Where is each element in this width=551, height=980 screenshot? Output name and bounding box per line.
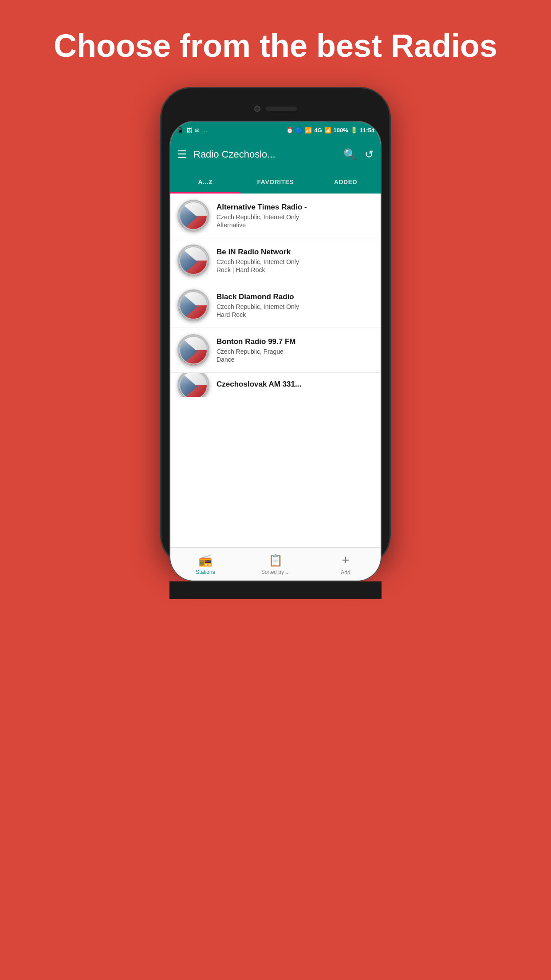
screen-content: Alternative Times Radio - Czech Republic… bbox=[170, 194, 381, 581]
phone-frame: 📱 🖼 ✉ ... ⏰ 🔵 📶 4G 📶 100% 🔋 11:54 ☰ Radi… bbox=[160, 87, 391, 566]
phone-screen: 📱 🖼 ✉ ... ⏰ 🔵 📶 4G 📶 100% 🔋 11:54 ☰ Radi… bbox=[169, 121, 382, 581]
add-icon: + bbox=[342, 553, 350, 568]
radio-genre: Hard Rock bbox=[216, 311, 374, 318]
radio-logo bbox=[177, 334, 209, 366]
app-bar: ☰ Radio Czechoslo... 🔍 ↺ bbox=[170, 138, 381, 170]
status-right-icons: ⏰ 🔵 📶 4G 📶 100% 🔋 11:54 bbox=[286, 127, 374, 134]
wifi-icon: 📶 bbox=[305, 127, 312, 134]
radio-genre: Rock | Hard Rock bbox=[216, 266, 374, 273]
radio-location: Czech Republic, Internet Only bbox=[216, 213, 374, 221]
battery-icon: 🔋 bbox=[350, 127, 358, 134]
radio-genre: Dance bbox=[216, 356, 374, 363]
whatsapp-icon: 📱 bbox=[177, 127, 184, 134]
radio-item[interactable]: Be iN Radio Network Czech Republic, Inte… bbox=[170, 238, 381, 283]
app-bar-actions: 🔍 ↺ bbox=[343, 148, 374, 161]
stations-label: Stations bbox=[196, 569, 215, 575]
radio-info: Black Diamond Radio Czech Republic, Inte… bbox=[216, 292, 374, 318]
flag-shine bbox=[179, 336, 208, 350]
radio-info: Be iN Radio Network Czech Republic, Inte… bbox=[216, 248, 374, 273]
phone-bezel-bottom bbox=[169, 581, 382, 599]
radio-name: Czechoslovak AM 331... bbox=[216, 380, 374, 389]
flag-shine bbox=[179, 246, 208, 261]
alarm-icon: ⏰ bbox=[286, 127, 293, 134]
gmail-icon: ✉ bbox=[195, 127, 200, 134]
radio-info: Alternative Times Radio - Czech Republic… bbox=[216, 203, 374, 229]
clock: 11:54 bbox=[360, 127, 374, 134]
radio-logo bbox=[177, 245, 209, 277]
tab-added[interactable]: ADDED bbox=[311, 170, 381, 194]
radio-name: Be iN Radio Network bbox=[216, 248, 374, 257]
radio-item[interactable]: Black Diamond Radio Czech Republic, Inte… bbox=[170, 283, 381, 328]
radio-logo bbox=[177, 373, 209, 397]
menu-icon[interactable]: ☰ bbox=[177, 148, 187, 161]
front-camera bbox=[254, 106, 260, 112]
phone-speaker bbox=[266, 107, 297, 111]
stations-icon: 📻 bbox=[198, 553, 213, 567]
tab-favorites[interactable]: FAVORITES bbox=[240, 170, 311, 194]
sorted-icon: 📋 bbox=[268, 553, 283, 567]
flag-shine bbox=[179, 201, 208, 216]
bottom-nav-add[interactable]: + Add bbox=[311, 548, 381, 581]
radio-info: Bonton Radio 99.7 FM Czech Republic, Pra… bbox=[216, 337, 374, 363]
radio-info: Czechoslovak AM 331... bbox=[216, 380, 374, 391]
radio-location: Czech Republic, Internet Only bbox=[216, 303, 374, 310]
gallery-icon: 🖼 bbox=[186, 127, 192, 134]
sorted-label: Sorted by ... bbox=[261, 569, 290, 575]
status-left-icons: 📱 🖼 ✉ ... bbox=[177, 127, 207, 134]
radio-logo bbox=[177, 200, 209, 232]
add-label: Add bbox=[341, 569, 350, 576]
bottom-nav-stations[interactable]: 📻 Stations bbox=[170, 548, 240, 581]
radio-logo bbox=[177, 289, 209, 321]
status-bar: 📱 🖼 ✉ ... ⏰ 🔵 📶 4G 📶 100% 🔋 11:54 bbox=[170, 122, 381, 138]
flag-shine bbox=[179, 291, 208, 305]
phone-bezel-top bbox=[169, 96, 382, 121]
bluetooth-icon: 🔵 bbox=[295, 127, 303, 134]
radio-name: Bonton Radio 99.7 FM bbox=[216, 337, 374, 346]
radio-name: Alternative Times Radio - bbox=[216, 203, 374, 212]
tab-az[interactable]: A...Z bbox=[170, 170, 240, 194]
tab-bar: A...Z FAVORITES ADDED bbox=[170, 170, 381, 194]
radio-location: Czech Republic, Internet Only bbox=[216, 258, 374, 265]
radio-item-partial[interactable]: Czechoslovak AM 331... bbox=[170, 373, 381, 397]
radio-item[interactable]: Bonton Radio 99.7 FM Czech Republic, Pra… bbox=[170, 328, 381, 373]
radio-name: Black Diamond Radio bbox=[216, 292, 374, 301]
signal-icon: 📶 bbox=[324, 127, 331, 134]
network-4g: 4G bbox=[314, 127, 322, 134]
app-bar-title: Radio Czechoslo... bbox=[193, 149, 337, 160]
more-icon: ... bbox=[202, 127, 207, 134]
radio-list: Alternative Times Radio - Czech Republic… bbox=[170, 194, 381, 547]
bottom-nav: 📻 Stations 📋 Sorted by ... + Add bbox=[170, 547, 381, 581]
search-icon[interactable]: 🔍 bbox=[343, 148, 357, 161]
radio-genre: Alternative bbox=[216, 221, 374, 229]
flag-shine bbox=[179, 373, 208, 385]
refresh-icon[interactable]: ↺ bbox=[365, 148, 374, 161]
page-title: Choose from the best Radios bbox=[18, 0, 533, 87]
battery-percent: 100% bbox=[334, 127, 348, 134]
radio-item[interactable]: Alternative Times Radio - Czech Republic… bbox=[170, 194, 381, 238]
radio-location: Czech Republic, Prague bbox=[216, 348, 374, 355]
bottom-nav-sorted[interactable]: 📋 Sorted by ... bbox=[240, 548, 311, 581]
